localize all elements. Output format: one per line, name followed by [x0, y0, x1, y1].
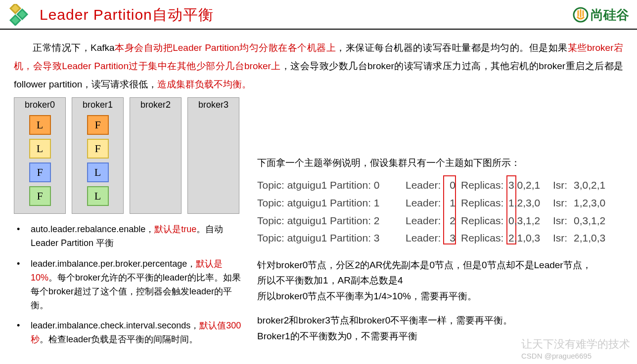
right-column: 下面拿一个主题举例说明，假设集群只有一个主题如下图所示： Topic: atgu… [257, 97, 623, 354]
isr-value: 3,0,2,1 [574, 176, 613, 194]
broker-title: broker1 [83, 100, 113, 110]
watermark-slogan: 让天下没有难学的技术 [521, 337, 630, 352]
replicas-value: 2,1,0,3 [508, 229, 553, 247]
leader-label: Leader: [406, 194, 444, 212]
partition-slot: L [29, 115, 51, 135]
bullet-item: •auto.leader.rebalance.enable，默认是true。自动… [17, 223, 245, 250]
replicas-label: Replicas: [461, 176, 508, 194]
bullet-marker: • [17, 319, 31, 347]
isr-label: Isr: [553, 194, 574, 212]
partition-slot: L [29, 139, 51, 159]
broker-title: broker2 [140, 100, 171, 110]
slide-header: Leader Partition自动平衡 尚硅谷 [0, 0, 637, 30]
leader-label: Leader: [406, 229, 444, 247]
diamond-logo-icon [8, 4, 30, 26]
broker-box: broker0LLFF [14, 97, 66, 214]
bullet-text: leader.imbalance.per.broker.percentage， [31, 259, 196, 269]
brand-logo: 尚硅谷 [573, 6, 629, 24]
watermark: 让天下没有难学的技术 CSDN @prague6695 [521, 337, 630, 360]
brand-icon [573, 7, 589, 23]
leader-label: Leader: [406, 212, 444, 230]
bullet-marker: • [17, 223, 31, 250]
topic-cell: Topic: atguigu1 Partition: 1 [257, 194, 406, 212]
example-lead: 下面拿一个主题举例说明，假设集群只有一个主题如下图所示： [257, 157, 623, 169]
topic-row: Topic: atguigu1 Partition: 0Leader: 0 Re… [257, 176, 623, 194]
svg-rect-2 [10, 15, 20, 25]
left-column: broker0LLFFbroker1FFLLbroker2broker3 •au… [14, 97, 245, 354]
config-bullets: •auto.leader.rebalance.enable，默认是true。自动… [14, 223, 245, 347]
replicas-label: Replicas: [461, 229, 508, 247]
bullet-text: auto.leader.rebalance.enable， [31, 224, 154, 234]
replicas-value: 1,2,3,0 [508, 194, 553, 212]
bullet-body: leader.imbalance.per.broker.percentage，默… [31, 257, 245, 313]
isr-value: 2,1,0,3 [574, 229, 613, 247]
explain-line: broker2和broker3节点和broker0不平衡率一样，需要再平衡。 [257, 313, 623, 327]
topic-cell: Topic: atguigu1 Partition: 3 [257, 229, 406, 247]
broker-title: broker3 [198, 100, 228, 110]
leader-value: 0 [444, 176, 461, 194]
partition-slot: F [29, 186, 51, 206]
isr-label: Isr: [553, 212, 574, 230]
brand-text: 尚硅谷 [591, 6, 629, 24]
topic-row: Topic: atguigu1 Partition: 3Leader: 3 Re… [257, 229, 623, 247]
isr-label: Isr: [553, 176, 574, 194]
p1c: ，来保证每台机器的读写吞吐量都是均匀的。但是如果 [336, 42, 567, 53]
bullet-body: auto.leader.rebalance.enable，默认是true。自动L… [31, 223, 245, 250]
partition-slot: F [87, 139, 109, 159]
bullet-item: •leader.imbalance.check.interval.seconds… [17, 319, 245, 347]
leader-value: 1 [444, 194, 461, 212]
broker-box: broker3 [187, 97, 239, 214]
leader-value: 3 [444, 229, 461, 247]
watermark-credit: CSDN @prague6695 [521, 352, 630, 360]
explanation-block: 针对broker0节点，分区2的AR优先副本是0节点，但是0节点却不是Leade… [257, 258, 623, 343]
leader-value: 2 [444, 212, 461, 230]
p1f: 造成集群负载不均衡。 [157, 79, 251, 89]
topic-cell: Topic: atguigu1 Partition: 2 [257, 212, 406, 230]
leader-label: Leader: [406, 176, 444, 194]
replicas-label: Replicas: [461, 212, 508, 230]
partition-slot: F [87, 115, 109, 135]
bullet-item: •leader.imbalance.per.broker.percentage，… [17, 257, 245, 313]
p1a: 正常情况下，Kafka [33, 42, 115, 53]
topic-cell: Topic: atguigu1 Partition: 0 [257, 176, 406, 194]
partition-slot: L [87, 162, 109, 182]
page-title: Leader Partition自动平衡 [40, 5, 214, 25]
p1b: 本身会自动把Leader Partition均匀分散在各个机器上 [115, 42, 336, 53]
isr-value: 0,3,1,2 [574, 212, 613, 230]
bullet-text: 。每个broker允许的不平衡的leader的比率。如果每个broker超过了这… [31, 273, 241, 310]
topic-row: Topic: atguigu1 Partition: 1Leader: 1 Re… [257, 194, 623, 212]
isr-label: Isr: [553, 229, 574, 247]
intro-paragraph: 正常情况下，Kafka本身会自动把Leader Partition均匀分散在各个… [0, 30, 637, 97]
topic-describe-output: Topic: atguigu1 Partition: 0Leader: 0 Re… [257, 176, 623, 247]
explain-line: 所以不平衡数加1，AR副本总数是4 [257, 273, 623, 287]
broker-box: broker2 [130, 97, 182, 214]
topic-row: Topic: atguigu1 Partition: 2Leader: 2 Re… [257, 212, 623, 230]
bullet-highlight: 默认是true [154, 224, 196, 234]
bullet-text: leader.imbalance.check.interval.seconds， [31, 321, 199, 330]
broker-box: broker1FFLL [72, 97, 124, 214]
partition-slot: L [87, 186, 109, 206]
bullet-body: leader.imbalance.check.interval.seconds，… [31, 319, 245, 347]
svg-rect-1 [17, 9, 27, 19]
broker-title: broker0 [25, 100, 55, 110]
broker-diagram: broker0LLFFbroker1FFLLbroker2broker3 [14, 97, 245, 214]
replicas-label: Replicas: [461, 194, 508, 212]
explain-line: 针对broker0节点，分区2的AR优先副本是0节点，但是0节点却不是Leade… [257, 258, 623, 272]
bullet-marker: • [17, 257, 31, 313]
replicas-value: 0,3,1,2 [508, 212, 553, 230]
isr-value: 1,2,3,0 [574, 194, 613, 212]
bullet-text: 。检查leader负载是否平衡的间隔时间。 [40, 334, 198, 344]
explain-line: 所以broker0节点不平衡率为1/4>10%，需要再平衡。 [257, 289, 623, 303]
replicas-value: 3,0,2,1 [508, 176, 553, 194]
partition-slot: F [29, 162, 51, 182]
